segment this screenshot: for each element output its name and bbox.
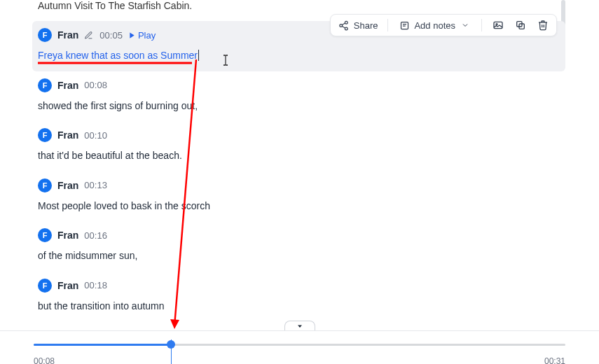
speaker-name: Fran [57,230,78,241]
speaker-name: Fran [57,29,78,41]
speaker-name: Fran [57,180,78,191]
segment-text: of the midsummer sun, [38,249,560,263]
avatar: F [38,78,52,92]
share-button[interactable]: Share [338,19,378,31]
transcript-segment[interactable]: F Fran 00:16 of the midsummer sun, [32,221,565,272]
timeline-progress [34,344,171,346]
share-label: Share [354,20,378,31]
transcript: F Fran 00:05 Play Freya knew that as soo… [32,21,565,322]
segment-text: Most people loved to bask in the scorch [38,200,560,214]
collapse-handle[interactable] [284,321,315,330]
add-notes-button[interactable]: Add notes [398,19,471,31]
toolbar: Share Add notes [330,14,557,36]
timestamp: 00:18 [84,280,107,290]
segment-text[interactable]: Freya knew that as soon as Summer [38,49,560,63]
transcript-segment[interactable]: F Fran 00:08 showed the first signs of b… [32,71,565,122]
timestamp: 00:13 [84,180,107,190]
share-icon [338,19,350,31]
caret-down-icon [296,322,304,330]
play-button[interactable]: Play [128,30,156,41]
segment-text: showed the first signs of burning out, [38,99,560,113]
timeline[interactable] [34,338,565,352]
svg-marker-12 [130,32,134,38]
avatar: F [38,178,52,192]
svg-line-3 [343,26,345,28]
svg-line-4 [343,23,345,25]
copy-icon[interactable] [514,19,527,31]
timestamp: 00:16 [84,230,107,241]
transcript-segment[interactable]: F Fran 00:13 Most people loved to bask i… [32,172,565,222]
text-caret [198,50,199,61]
svg-point-0 [345,21,348,24]
image-icon[interactable] [492,19,504,31]
playhead-line [171,340,172,364]
speaker-name: Fran [57,130,78,141]
play-label: Play [138,30,156,41]
player-bar: 00:08 00:31 [0,330,599,364]
transcript-segment[interactable]: F Fran 00:18 but the transition into aut… [32,272,565,322]
separator [387,19,388,31]
svg-rect-8 [494,22,502,28]
timestamp: 00:05 [99,30,123,41]
timestamp: 00:10 [84,130,107,141]
svg-point-2 [345,27,348,30]
speaker-name: Fran [57,280,78,291]
note-icon [398,19,411,31]
avatar: F [38,128,52,142]
chevron-down-icon [459,19,471,31]
add-notes-label: Add notes [414,20,455,31]
timestamp: 00:08 [84,80,107,90]
avatar: F [38,279,52,293]
svg-marker-21 [298,325,302,328]
trash-icon[interactable] [537,19,549,31]
svg-point-9 [496,24,497,25]
transcript-segment[interactable]: F Fran 00:10 that it'd be beautiful at t… [32,121,565,172]
edit-icon[interactable] [84,30,94,40]
page-title: Autumn Visit To The Starfish Cabin. [38,0,192,11]
total-time: 00:31 [544,356,565,364]
speaker-name: Fran [57,80,78,91]
avatar: F [38,28,52,42]
segment-text: that it'd be beautiful at the beach. [38,149,560,163]
avatar: F [38,228,52,242]
svg-point-1 [340,24,343,27]
segment-text: but the transition into autumn [38,300,560,314]
separator [481,19,482,31]
current-time: 00:08 [34,356,55,364]
